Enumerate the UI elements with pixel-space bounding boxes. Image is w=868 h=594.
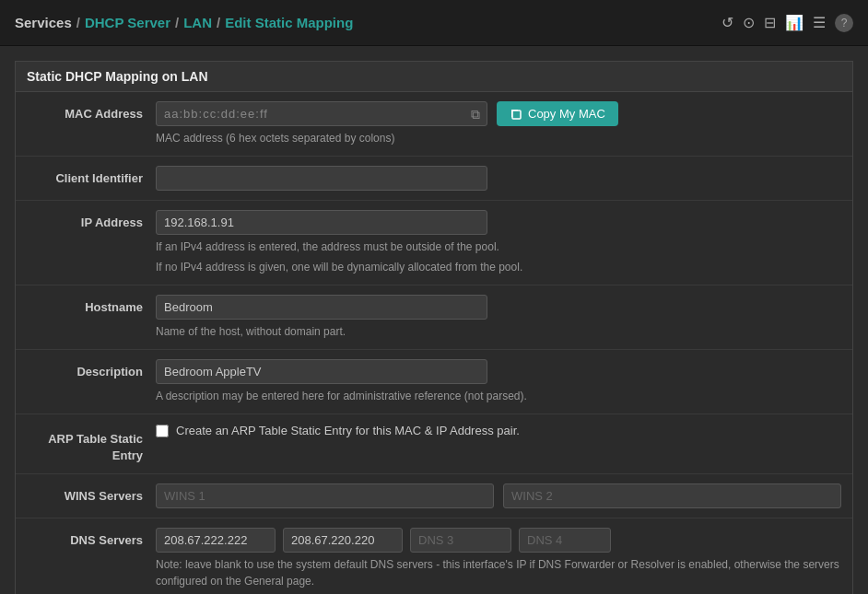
breadcrumb-dhcp[interactable]: DHCP Server [85, 15, 170, 30]
breadcrumb-sep-3: / [217, 15, 220, 30]
copy-icon [510, 108, 522, 121]
wins-servers-label: WINS Servers [27, 483, 156, 505]
arp-table-label: ARP Table Static Entry [27, 424, 156, 464]
mac-address-field: ⧉ Copy My MAC MAC address (6 hex octets … [156, 101, 841, 146]
section-title: Static DHCP Mapping on LAN [15, 61, 853, 92]
ip-help-line1: If an IPv4 address is entered, the addre… [156, 239, 841, 255]
arp-table-field: Create an ARP Table Static Entry for thi… [156, 424, 841, 437]
dns3-input[interactable] [410, 528, 511, 553]
dns2-input[interactable]: 208.67.220.220 [283, 528, 403, 553]
paste-icon: ⧉ [471, 106, 480, 122]
ip-address-row: IP Address 192.168.1.91 If an IPv4 addre… [16, 201, 852, 285]
copy-mac-button[interactable]: Copy My MAC [497, 101, 618, 126]
dns1-input[interactable]: 208.67.222.222 [156, 528, 276, 553]
arp-checkbox-label: Create an ARP Table Static Entry for thi… [176, 424, 520, 437]
breadcrumb: Services / DHCP Server / LAN / Edit Stat… [15, 15, 353, 30]
arp-table-row: ARP Table Static Entry Create an ARP Tab… [16, 414, 852, 474]
description-row: Description Bedroom AppleTV A descriptio… [16, 350, 852, 414]
ip-help-line2: If no IPv4 address is given, one will be… [156, 259, 841, 275]
hostname-input[interactable]: Bedroom [156, 295, 487, 320]
wins-servers-field [156, 483, 841, 508]
help-icon[interactable]: ? [835, 14, 853, 32]
content: Static DHCP Mapping on LAN MAC Address ⧉ [0, 46, 868, 594]
svg-rect-0 [512, 111, 521, 119]
dns-servers-label: DNS Servers [27, 528, 156, 549]
breadcrumb-lan[interactable]: LAN [183, 15, 212, 30]
breadcrumb-sep-2: / [175, 15, 179, 30]
description-help: A description may be entered here for ad… [156, 388, 841, 404]
mac-help-text: MAC address (6 hex octets separated by c… [156, 130, 841, 146]
mac-address-label: MAC Address [27, 101, 156, 122]
settings-icon[interactable]: ⊙ [743, 14, 755, 31]
description-input[interactable]: Bedroom AppleTV [156, 359, 487, 384]
hostname-field: Bedroom Name of the host, without domain… [156, 295, 841, 340]
mac-address-input[interactable] [156, 101, 487, 126]
breadcrumb-edit-static[interactable]: Edit Static Mapping [225, 15, 353, 30]
client-identifier-row: Client Identifier [16, 157, 852, 201]
ip-address-label: IP Address [27, 210, 156, 231]
list-icon[interactable]: ☰ [813, 14, 826, 31]
wins-servers-row: WINS Servers [16, 474, 852, 518]
copy-mac-label: Copy My MAC [528, 107, 605, 121]
client-identifier-field [156, 166, 841, 191]
dns-help: Note: leave blank to use the system defa… [156, 556, 841, 589]
breadcrumb-services: Services [15, 15, 72, 30]
wins2-input[interactable] [503, 483, 841, 508]
sliders-icon[interactable]: ⊟ [764, 14, 776, 31]
mac-input-wrapper: ⧉ [156, 101, 487, 126]
arp-label-line2: Entry [112, 448, 143, 462]
hostname-label: Hostname [27, 295, 156, 316]
breadcrumb-sep-1: / [76, 15, 80, 30]
dns4-input[interactable] [519, 528, 611, 553]
mac-address-row: MAC Address ⧉ Copy My MAC MAC [16, 92, 852, 157]
ip-address-field: 192.168.1.91 If an IPv4 address is enter… [156, 210, 841, 275]
arp-checkbox-row: Create an ARP Table Static Entry for thi… [156, 424, 841, 437]
hostname-help: Name of the host, without domain part. [156, 323, 841, 340]
description-field: Bedroom AppleTV A description may be ent… [156, 359, 841, 404]
arp-label-line1: ARP Table Static [48, 432, 143, 446]
undo-icon[interactable]: ↺ [721, 14, 733, 31]
dns-servers-row: DNS Servers 208.67.222.222 208.67.220.22… [16, 518, 852, 594]
arp-checkbox[interactable] [156, 425, 169, 437]
header-icons: ↺ ⊙ ⊟ 📊 ☰ ? [721, 14, 853, 32]
header: Services / DHCP Server / LAN / Edit Stat… [0, 0, 868, 46]
dns-servers-field: 208.67.222.222 208.67.220.220 Note: leav… [156, 528, 841, 589]
client-identifier-label: Client Identifier [27, 166, 156, 187]
hostname-row: Hostname Bedroom Name of the host, witho… [16, 285, 852, 350]
dns-inputs-row: 208.67.222.222 208.67.220.220 [156, 528, 841, 553]
wins1-input[interactable] [156, 483, 494, 508]
ip-address-input[interactable]: 192.168.1.91 [156, 210, 487, 235]
chart-icon[interactable]: 📊 [785, 14, 803, 31]
form-container: MAC Address ⧉ Copy My MAC MAC [15, 92, 853, 594]
client-identifier-input[interactable] [156, 166, 487, 191]
wins-inputs-row [156, 483, 841, 508]
description-label: Description [27, 359, 156, 380]
